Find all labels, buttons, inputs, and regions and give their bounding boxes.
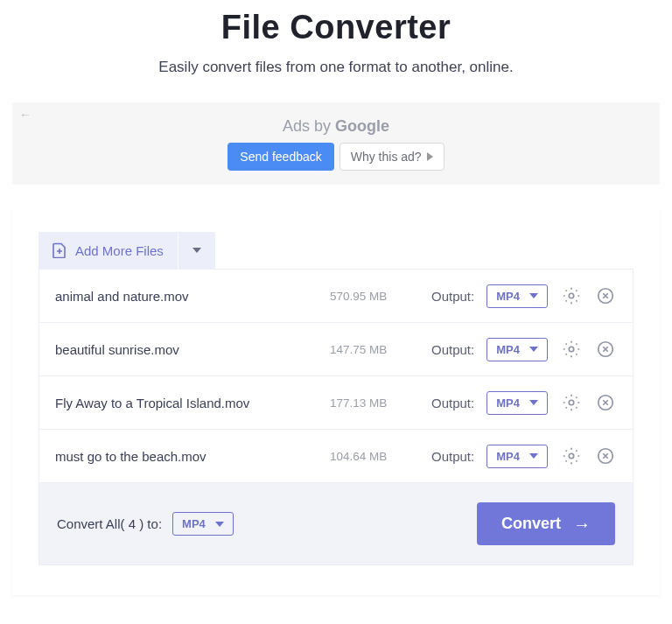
page-subtitle: Easily convert files from one format to … xyxy=(0,59,672,76)
output-label: Output: xyxy=(431,449,474,464)
convert-all-format-value: MP4 xyxy=(182,517,206,530)
settings-button[interactable] xyxy=(560,444,582,468)
gear-icon xyxy=(562,446,581,466)
file-name: beautiful sunrise.mov xyxy=(55,342,318,357)
output-format-value: MP4 xyxy=(496,343,520,356)
arrow-right-icon: → xyxy=(573,515,591,533)
file-name: must go to the beach.mov xyxy=(55,449,318,464)
file-size: 177.13 MB xyxy=(330,396,407,410)
output-format-value: MP4 xyxy=(496,450,520,463)
convert-button[interactable]: Convert → xyxy=(477,502,615,545)
send-feedback-button[interactable]: Send feedback xyxy=(228,143,333,171)
svg-point-6 xyxy=(569,453,574,459)
file-size: 104.64 MB xyxy=(330,450,407,463)
converter-panel: Add More Files animal and nature.mov570.… xyxy=(12,206,660,595)
remove-button[interactable] xyxy=(595,444,617,468)
panel-footer: Convert All( 4 ) to: MP4 Convert → xyxy=(38,483,634,565)
convert-all-format-select[interactable]: MP4 xyxy=(172,512,234,536)
file-size: 147.75 MB xyxy=(330,343,407,356)
ad-block: ← Ads by Google Send feedback Why this a… xyxy=(12,102,660,185)
output-format-select[interactable]: MP4 xyxy=(486,391,548,415)
output-format-select[interactable]: MP4 xyxy=(486,284,548,308)
remove-button[interactable] xyxy=(595,390,617,415)
output-label: Output: xyxy=(431,289,474,304)
file-list: animal and nature.mov570.95 MBOutput:MP4… xyxy=(38,269,634,483)
chevron-down-icon xyxy=(529,347,538,352)
add-file-icon xyxy=(52,242,66,258)
remove-button[interactable] xyxy=(595,337,617,361)
file-name: Fly Away to a Tropical Island.mov xyxy=(55,396,318,410)
svg-point-0 xyxy=(569,293,574,298)
svg-point-2 xyxy=(569,347,574,352)
convert-button-label: Convert xyxy=(501,515,561,533)
add-more-dropdown[interactable] xyxy=(178,232,215,269)
why-this-ad-button[interactable]: Why this ad? xyxy=(340,143,444,171)
file-row: beautiful sunrise.mov147.75 MBOutput:MP4 xyxy=(39,323,633,376)
chevron-down-icon xyxy=(529,293,538,298)
output-label: Output: xyxy=(431,396,474,410)
output-format-select[interactable]: MP4 xyxy=(486,445,548,468)
add-more-files-button[interactable]: Add More Files xyxy=(38,232,178,269)
close-icon xyxy=(596,286,615,305)
file-name: animal and nature.mov xyxy=(55,289,318,304)
ad-back-icon[interactable]: ← xyxy=(19,108,32,122)
page-title: File Converter xyxy=(0,9,672,46)
file-row: animal and nature.mov570.95 MBOutput:MP4 xyxy=(39,270,633,323)
ad-byline: Ads by Google xyxy=(283,117,389,136)
output-format-value: MP4 xyxy=(496,396,520,410)
close-icon xyxy=(596,446,615,466)
output-format-value: MP4 xyxy=(496,290,520,303)
output-label: Output: xyxy=(431,342,474,357)
remove-button[interactable] xyxy=(595,284,617,308)
top-controls: Add More Files xyxy=(38,232,634,269)
settings-button[interactable] xyxy=(560,390,582,415)
gear-icon xyxy=(562,286,581,305)
convert-all-label: Convert All( 4 ) to: xyxy=(57,516,162,531)
file-row: Fly Away to a Tropical Island.mov177.13 … xyxy=(39,376,633,430)
ad-byline-text: Ads by xyxy=(283,117,335,135)
chevron-down-icon xyxy=(529,400,538,405)
gear-icon xyxy=(562,393,581,412)
page-header: File Converter Easily convert files from… xyxy=(0,0,672,87)
add-more-label: Add More Files xyxy=(75,243,164,258)
chevron-down-icon xyxy=(192,248,201,253)
close-icon xyxy=(596,340,615,359)
file-row: must go to the beach.mov104.64 MBOutput:… xyxy=(39,430,633,482)
chevron-down-icon xyxy=(529,453,538,459)
why-this-ad-label: Why this ad? xyxy=(351,150,422,164)
gear-icon xyxy=(562,340,581,359)
settings-button[interactable] xyxy=(560,337,582,361)
svg-point-4 xyxy=(569,400,574,405)
file-size: 570.95 MB xyxy=(330,290,407,303)
output-format-select[interactable]: MP4 xyxy=(486,338,548,361)
play-icon xyxy=(427,152,433,161)
ad-brand: Google xyxy=(335,117,389,135)
close-icon xyxy=(596,393,615,412)
settings-button[interactable] xyxy=(560,284,582,308)
chevron-down-icon xyxy=(215,522,224,527)
